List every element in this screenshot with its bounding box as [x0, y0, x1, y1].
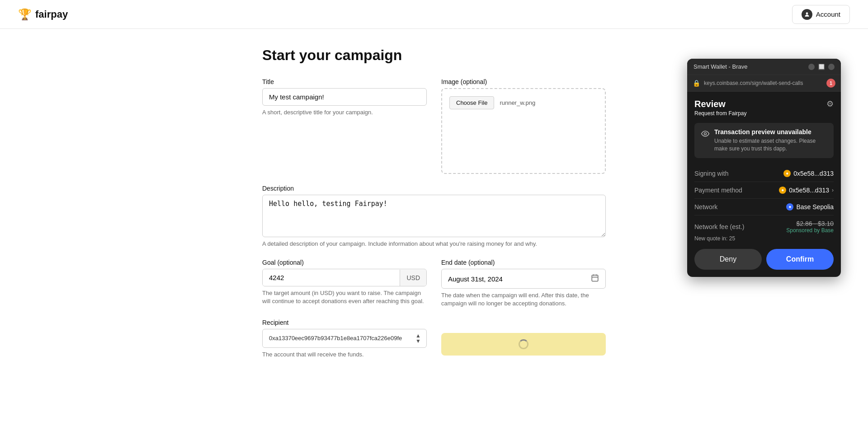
goal-group: Goal (optional) USD The target amount (i… [262, 259, 427, 308]
title-input[interactable] [262, 88, 427, 106]
goal-input-wrap: USD [262, 269, 427, 286]
goal-label: Goal (optional) [262, 259, 427, 266]
wallet-modal: Smart Wallet - Brave — ⬜ ✕ 🔒 keys.coinba… [687, 59, 841, 277]
description-input[interactable] [262, 195, 606, 237]
account-button[interactable]: Account [792, 5, 850, 24]
description-group: Description A detailed description of yo… [262, 185, 606, 248]
submit-loading-button [441, 333, 606, 356]
preview-title: Transaction preview unavailable [714, 128, 827, 136]
chevron-right-icon: › [832, 187, 834, 193]
confirm-button[interactable]: Confirm [766, 249, 834, 270]
title-hint: A short, descriptive title for your camp… [262, 108, 427, 117]
coin-icon-signing: ● [783, 170, 791, 177]
signing-with-row: Signing with ● 0x5e58...d313 [694, 165, 834, 182]
description-label: Description [262, 185, 606, 192]
page-header: 🏆 fairpay Account [0, 0, 868, 29]
image-label: Image (optional) [441, 78, 606, 85]
recipient-label: Recipient [262, 319, 427, 326]
review-header: Review Request from Fairpay ⚙ [694, 99, 834, 117]
payment-method-label: Payment method [694, 187, 742, 194]
svg-point-5 [704, 133, 707, 135]
modal-title: Smart Wallet - Brave [693, 63, 747, 70]
signing-with-label: Signing with [694, 170, 729, 177]
page-title: Start your campaign [262, 47, 606, 64]
form-row-goal-date: Goal (optional) USD The target amount (i… [262, 259, 606, 308]
file-name: runner_w.png [500, 99, 535, 106]
modal-body: Review Request from Fairpay ⚙ Transactio… [687, 92, 841, 277]
goal-hint: The target amount (in USD) you want to r… [262, 289, 427, 305]
fee-values: $2.86 - $3.10 Sponsored by Base [786, 220, 834, 234]
title-group: Title A short, descriptive title for you… [262, 78, 427, 174]
choose-file-button[interactable]: Choose File [449, 96, 494, 109]
fee-label: Network fee (est.) [694, 223, 744, 230]
network-icon: ● [786, 203, 793, 211]
maximize-button[interactable]: ⬜ [818, 64, 825, 70]
svg-rect-1 [592, 275, 598, 281]
deny-button[interactable]: Deny [694, 249, 762, 270]
network-row: Network ● Base Sepolia [694, 199, 834, 215]
end-date-hint: The date when the campaign will end. Aft… [441, 291, 606, 308]
fee-sponsored: Sponsored by Base [786, 227, 834, 234]
trophy-icon: 🏆 [18, 8, 32, 21]
image-group: Image (optional) Choose File runner_w.pn… [441, 78, 606, 174]
review-title: Review [694, 99, 746, 109]
network-label: Network [694, 203, 717, 211]
quote-row: New quote in: 25 [694, 235, 834, 242]
preview-desc: Unable to estimate asset changes. Please… [714, 137, 827, 153]
main-content: Start your campaign Title A short, descr… [253, 29, 615, 388]
svg-point-0 [806, 12, 808, 14]
shield-badge: 1 [826, 79, 835, 88]
date-input-wrap [441, 269, 606, 289]
preview-box: Transaction preview unavailable Unable t… [694, 123, 834, 158]
fee-row: Network fee (est.) $2.86 - $3.10 Sponsor… [694, 215, 834, 235]
recipient-input[interactable] [263, 330, 410, 346]
logo-text: fairpay [35, 9, 68, 20]
review-info: Review Request from Fairpay [694, 99, 746, 117]
modal-urlbar: 🔒 keys.coinbase.com/sign/wallet-send-cal… [687, 75, 841, 92]
window-controls: — ⬜ ✕ [808, 64, 835, 70]
loading-spinner [519, 339, 528, 349]
signing-with-value: ● 0x5e58...d313 [783, 170, 834, 177]
usd-label: USD [400, 270, 426, 286]
eye-icon [701, 129, 710, 140]
coin-icon-payment: ● [779, 187, 786, 194]
url-text: keys.coinbase.com/sign/wallet-send-calls [704, 80, 823, 86]
form-row-title-image: Title A short, descriptive title for you… [262, 78, 606, 174]
end-date-group: End date (optional) The date when the ca… [441, 259, 606, 308]
review-subtitle: Request from Fairpay [694, 110, 746, 117]
preview-content: Transaction preview unavailable Unable t… [714, 128, 827, 153]
form-row-recipient: Recipient ▲ ▼ The account that will rece… [262, 319, 606, 359]
submit-group [441, 319, 606, 359]
recipient-arrows[interactable]: ▲ ▼ [410, 329, 426, 347]
close-button[interactable]: ✕ [828, 64, 835, 70]
file-input-row: Choose File runner_w.png [449, 96, 535, 109]
network-value: ● Base Sepolia [786, 203, 834, 211]
minimize-button[interactable]: — [808, 64, 815, 70]
payment-method-value: ● 0x5e58...d313 › [779, 187, 834, 194]
recipient-wrap: ▲ ▼ [262, 329, 427, 348]
recipient-group: Recipient ▲ ▼ The account that will rece… [262, 319, 427, 359]
description-hint: A detailed description of your campaign.… [262, 240, 606, 248]
account-label: Account [816, 10, 840, 18]
payment-method-row: Payment method ● 0x5e58...d313 › [694, 182, 834, 199]
end-date-input[interactable] [442, 271, 585, 287]
quote-text: New quote in: 25 [694, 235, 735, 242]
form-row-description: Description A detailed description of yo… [262, 185, 606, 248]
fee-amount: $2.86 - $3.10 [796, 220, 834, 227]
account-icon [802, 9, 812, 20]
title-label: Title [262, 78, 427, 85]
url-favicon: 🔒 [693, 80, 700, 87]
calendar-icon[interactable] [585, 269, 605, 288]
end-date-label: End date (optional) [441, 259, 606, 266]
settings-button[interactable]: ⚙ [826, 99, 834, 109]
image-upload-box: Choose File runner_w.png [441, 88, 606, 174]
goal-input[interactable] [263, 269, 400, 286]
modal-actions: Deny Confirm [694, 249, 834, 270]
recipient-hint: The account that will receive the funds. [262, 351, 427, 359]
logo: 🏆 fairpay [18, 8, 68, 21]
modal-titlebar: Smart Wallet - Brave — ⬜ ✕ [687, 59, 841, 75]
